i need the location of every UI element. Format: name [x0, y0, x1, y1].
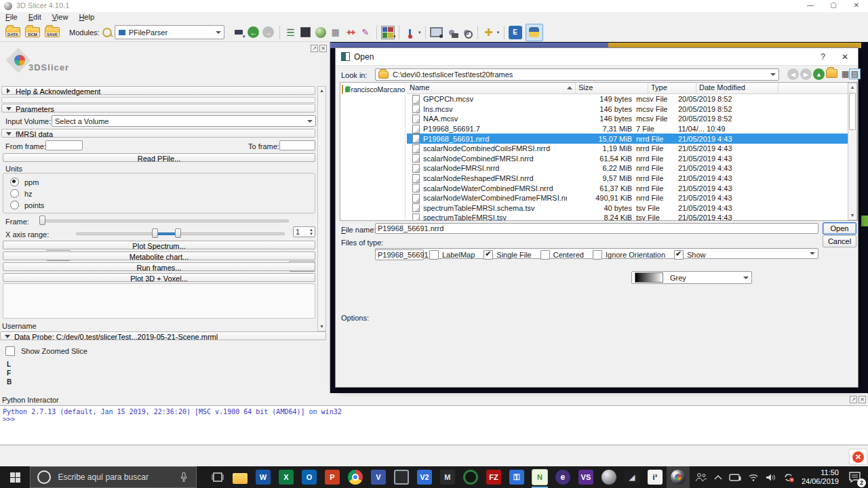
taskbar-app-icon[interactable]	[229, 466, 252, 488]
taskbar-app-icon[interactable]: M	[436, 466, 459, 488]
menu-item[interactable]: View	[47, 12, 74, 22]
error-popup-button[interactable]: ✕	[849, 449, 867, 465]
undock-panel-icon[interactable]: ↗	[311, 45, 318, 52]
start-button[interactable]	[0, 466, 30, 488]
cancel-button[interactable]: Cancel	[823, 235, 856, 247]
fmrsi-data-header[interactable]: fMRSI data	[1, 129, 315, 138]
column-header-size[interactable]: Size	[576, 83, 648, 94]
dialog-close-icon[interactable]: ✕	[842, 52, 848, 62]
file-row[interactable]: spectrumTableFMRSI.tsv 8,24 KiB tsv File…	[407, 213, 848, 220]
forward-icon[interactable]: ▶	[800, 68, 812, 80]
look-in-combo[interactable]: C:\dev\0.test\slicerTest\test20frames	[375, 68, 779, 81]
close-icon[interactable]: ✕	[845, 1, 868, 9]
file-name-input[interactable]: P19968_56691.nrrd	[375, 223, 818, 234]
unit-radio[interactable]: ppm	[10, 178, 315, 186]
column-header-type[interactable]: Type	[648, 83, 696, 94]
action-button[interactable]: Metabolite chart...	[3, 251, 315, 260]
taskbar-app-icon[interactable]: V	[367, 466, 390, 488]
file-row[interactable]: scalarNodeCombinedFMRSI.nrrd 61,54 KiB n…	[407, 154, 848, 164]
parameters-header[interactable]: Parameters	[1, 104, 315, 113]
option-checkbox[interactable]: Single File	[484, 250, 531, 260]
back-icon[interactable]: ◀	[787, 68, 799, 80]
module-selector[interactable]: PFileParser	[115, 25, 224, 39]
volume-grid-icon[interactable]: ▦	[328, 25, 343, 40]
taskbar-app-icon[interactable]	[505, 466, 528, 488]
menu-item[interactable]: Help	[73, 12, 100, 22]
file-row[interactable]: scalarNodeReshapedFMRSI.nrrd 9,57 MiB nr…	[407, 174, 848, 184]
option-checkbox[interactable]: Show	[674, 250, 706, 260]
frame-slider[interactable]	[39, 220, 289, 222]
input-volume-selector[interactable]: Select a Volume	[52, 115, 316, 127]
forward-icon[interactable]: →	[261, 25, 276, 40]
action-button[interactable]: Plot 3D + Voxel...	[3, 273, 315, 282]
taskbar-app-icon[interactable]	[597, 466, 620, 488]
new-folder-icon[interactable]	[826, 69, 837, 78]
option-checkbox[interactable]: Ignore Orientation	[593, 250, 665, 260]
fiducial-icon[interactable]: ✚✚	[343, 25, 358, 40]
option-checkbox[interactable]: Centered	[540, 250, 584, 260]
taskbar-app-icon[interactable]: P	[321, 466, 344, 488]
taskbar-app-icon[interactable]	[528, 466, 551, 488]
file-row[interactable]: GPCPCh.mcsv 149 bytes mcsv File 20/05/20…	[407, 94, 848, 104]
module-history-icon[interactable]: ▼	[231, 25, 246, 40]
taskbar-app-icon[interactable]	[390, 466, 413, 488]
task-view-icon[interactable]	[206, 466, 229, 488]
microphone-icon[interactable]	[180, 472, 188, 483]
xaxis-handle-low[interactable]	[152, 228, 158, 238]
taskbar-app-icon[interactable]: O	[298, 466, 321, 488]
minimize-icon[interactable]: —	[799, 1, 822, 9]
menu-item[interactable]: File	[0, 12, 23, 22]
taskbar-app-icon[interactable]: i³	[644, 466, 667, 488]
back-icon[interactable]: ←	[246, 25, 261, 40]
layout-icon[interactable]: ▼	[380, 25, 395, 40]
undock-python-icon[interactable]: ↗	[850, 396, 857, 403]
close-panel-icon[interactable]: ✕	[319, 45, 327, 52]
file-row[interactable]: P19968_56691.7 7,31 MiB 7 File 11/04/...…	[407, 124, 848, 134]
column-header-name[interactable]: Name	[407, 83, 576, 94]
from-frame-input[interactable]	[45, 140, 83, 150]
colormap-combo[interactable]: Grey	[631, 271, 752, 284]
toolbar-load-icon[interactable]: DCM	[25, 25, 40, 40]
taskbar-app-icon[interactable]: ◢	[620, 466, 644, 488]
taskbar-app-icon[interactable]	[344, 466, 367, 488]
data-probe-header[interactable]: Data Probe: C:/dev/0.test/slicerTest...2…	[0, 331, 326, 340]
file-row[interactable]: NAA.mcsv 146 bytes mcsv File 20/05/2019 …	[407, 114, 848, 124]
module-search-icon[interactable]	[100, 25, 115, 40]
unit-radio[interactable]: hz	[10, 189, 315, 198]
file-row[interactable]: spectrumTableFMRSI.schema.tsv 40 bytes t…	[407, 203, 848, 214]
maximize-icon[interactable]: ▢	[822, 1, 845, 9]
open-button[interactable]: Open	[823, 222, 856, 235]
pin-icon[interactable]	[403, 25, 418, 40]
file-row[interactable]: scalarNodeCombinedCoilsFMRSI.nrrd 1,19 M…	[407, 144, 848, 154]
python-console[interactable]: Python 2.7.13 (default, Jan 15 2019, 22:…	[0, 405, 868, 445]
scene-view-icon[interactable]	[459, 25, 474, 40]
toolbar-load-icon[interactable]: SAVE	[45, 25, 60, 40]
notification-center-icon[interactable]: 2	[848, 471, 861, 484]
output-text-area[interactable]	[3, 283, 315, 319]
taskbar-app-icon[interactable]: VS	[574, 466, 597, 488]
file-row[interactable]: P19968_56691.nrrd 15,07 MiB nrrd File 21…	[407, 134, 848, 144]
module-panel-icon[interactable]: ☰	[283, 25, 298, 40]
file-row[interactable]: scalarNodeFMRSI.nrrd 6,22 MiB nrrd File …	[407, 163, 848, 174]
action-button[interactable]: Plot Spectrum...	[3, 241, 315, 249]
display-icon[interactable]	[729, 473, 741, 482]
people-icon[interactable]	[695, 472, 707, 482]
toolbar-load-icon[interactable]: DATA	[5, 25, 20, 40]
panel-scrollbar[interactable]: ▲ ▼	[317, 86, 326, 331]
annotate-icon[interactable]: ✎	[358, 25, 373, 40]
sphere-icon[interactable]	[313, 25, 328, 40]
taskbar-app-icon[interactable]: X	[275, 466, 298, 488]
extensions-icon[interactable]: E	[508, 25, 523, 40]
menu-item[interactable]: Edit	[23, 12, 47, 22]
up-directory-icon[interactable]: ▲	[813, 68, 825, 80]
xaxis-handle-high[interactable]	[175, 228, 181, 238]
taskbar-app-icon[interactable]: W	[252, 466, 275, 488]
taskbar-app-icon[interactable]: FZ	[482, 466, 505, 488]
taskbar-app-icon[interactable]	[459, 466, 482, 488]
taskbar-app-icon[interactable]	[551, 466, 574, 488]
taskbar-search[interactable]: Escribe aquí para buscar	[30, 466, 197, 488]
action-button[interactable]: Run frames...	[3, 262, 315, 271]
sidebar-place-item[interactable]: FranciscoMarcano	[340, 83, 405, 96]
taskbar-app-icon[interactable]: V2	[413, 466, 436, 488]
frame-slider-handle[interactable]	[39, 216, 45, 225]
